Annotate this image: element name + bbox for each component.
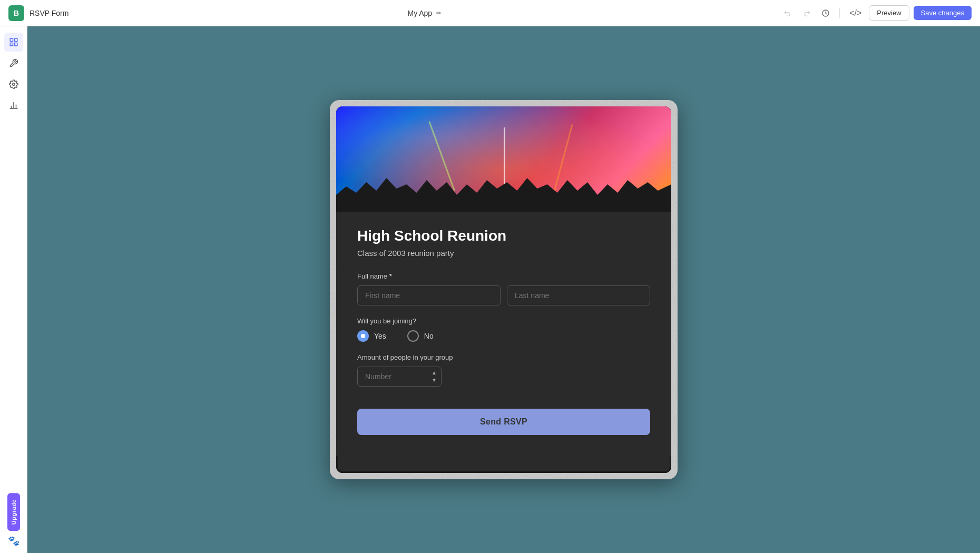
full-name-label: Full name * [357, 272, 650, 280]
spinner-down[interactable]: ▼ [431, 377, 437, 383]
radio-no-label: No [424, 332, 434, 340]
app-name: RSVP Form [30, 9, 68, 17]
topbar-center: My App ✏ [407, 9, 442, 17]
topbar-right: </> Preview Save changes [780, 5, 972, 21]
topbar-left: B RSVP Form [8, 5, 68, 21]
edit-icon[interactable]: ✏ [436, 9, 442, 17]
send-rsvp-button[interactable]: Send RSVP [357, 409, 650, 435]
number-input-wrap: ▲ ▼ [357, 367, 442, 387]
svg-rect-2 [14, 38, 17, 41]
radio-yes[interactable]: Yes [357, 330, 386, 342]
main-canvas: High School Reunion Class of 2003 reunio… [27, 26, 980, 553]
spinner-buttons: ▲ ▼ [431, 370, 437, 383]
outer-frame: High School Reunion Class of 2003 reunio… [330, 100, 678, 479]
center-title: My App [407, 9, 432, 17]
device-frame: High School Reunion Class of 2003 reunio… [336, 106, 671, 473]
group-size-group: Amount of people in your group ▲ ▼ [357, 353, 650, 387]
undo-button[interactable] [780, 6, 795, 21]
number-input[interactable] [357, 367, 442, 387]
required-marker: * [389, 272, 392, 280]
last-name-input[interactable] [507, 285, 650, 305]
svg-rect-4 [14, 43, 17, 46]
svg-point-5 [12, 83, 15, 86]
history-button[interactable] [818, 6, 833, 21]
paw-icon: 🐾 [8, 535, 19, 547]
form-title: High School Reunion [357, 228, 650, 244]
joining-group: Will you be joining? Yes No [357, 317, 650, 342]
form-subtitle: Class of 2003 reunion party [357, 249, 650, 258]
stage-light-2 [504, 127, 505, 191]
form-content: High School Reunion Class of 2003 reunio… [336, 212, 671, 456]
preview-button[interactable]: Preview [869, 5, 909, 21]
sidebar-item-settings[interactable] [4, 75, 23, 94]
hero-image [336, 106, 671, 212]
topbar: B RSVP Form My App ✏ </> Preview Save ch… [0, 0, 980, 26]
radio-no[interactable]: No [407, 330, 434, 342]
redo-button[interactable] [799, 6, 814, 21]
joining-label: Will you be joining? [357, 317, 650, 325]
group-size-label: Amount of people in your group [357, 353, 650, 361]
spinner-up[interactable]: ▲ [431, 370, 437, 376]
radio-yes-circle[interactable] [357, 330, 369, 342]
sidebar-bottom: Upgrade 🐾 [7, 493, 20, 547]
radio-yes-label: Yes [374, 332, 386, 340]
save-button[interactable]: Save changes [914, 6, 972, 20]
code-button[interactable]: </> [846, 5, 865, 21]
upgrade-button[interactable]: Upgrade [7, 493, 20, 531]
svg-rect-3 [10, 43, 13, 46]
sidebar: Upgrade 🐾 [0, 26, 27, 553]
topbar-divider [839, 8, 840, 18]
radio-no-circle[interactable] [407, 330, 419, 342]
name-input-row [357, 285, 650, 305]
sidebar-item-grid[interactable] [4, 33, 23, 52]
radio-group: Yes No [357, 330, 650, 342]
sidebar-item-tools[interactable] [4, 54, 23, 73]
app-logo: B [8, 5, 24, 21]
first-name-input[interactable] [357, 285, 501, 305]
full-name-group: Full name * [357, 272, 650, 305]
svg-rect-1 [10, 38, 13, 41]
sidebar-item-analytics[interactable] [4, 96, 23, 115]
